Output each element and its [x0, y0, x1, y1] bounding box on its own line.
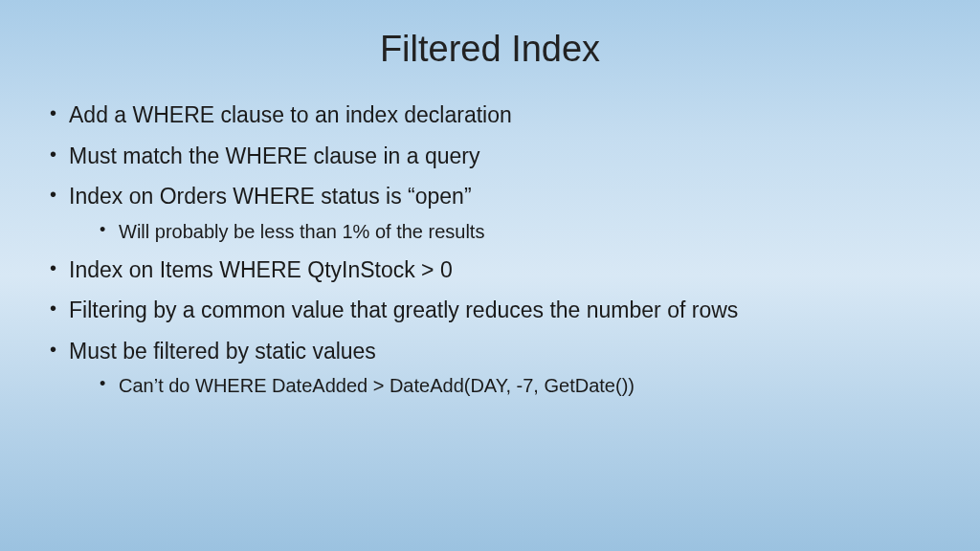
- bullet-item: Must match the WHERE clause in a query: [48, 140, 932, 173]
- slide-container: Filtered Index Add a WHERE clause to an …: [0, 0, 980, 551]
- bullet-text: Must be filtered by static values: [69, 339, 376, 364]
- bullet-text: Index on Items WHERE QtyInStock > 0: [69, 257, 453, 282]
- bullet-item: Add a WHERE clause to an index declarati…: [48, 99, 932, 132]
- bullet-text: Must match the WHERE clause in a query: [69, 143, 480, 168]
- bullet-item: Filtering by a common value that greatly…: [48, 294, 932, 327]
- sub-bullet-list: Can’t do WHERE DateAdded > DateAdd(DAY, …: [69, 371, 932, 400]
- bullet-text: Add a WHERE clause to an index declarati…: [69, 102, 512, 127]
- sub-bullet-list: Will probably be less than 1% of the res…: [69, 217, 932, 246]
- bullet-item: Index on Orders WHERE status is “open” W…: [48, 180, 932, 246]
- bullet-item: Must be filtered by static values Can’t …: [48, 335, 932, 401]
- sub-bullet-text: Will probably be less than 1% of the res…: [119, 221, 484, 242]
- bullet-list: Add a WHERE clause to an index declarati…: [48, 99, 932, 400]
- bullet-text: Filtering by a common value that greatly…: [69, 298, 738, 322]
- sub-bullet-item: Will probably be less than 1% of the res…: [98, 217, 932, 246]
- slide-title: Filtered Index: [48, 29, 932, 70]
- bullet-item: Index on Items WHERE QtyInStock > 0: [48, 253, 932, 287]
- sub-bullet-item: Can’t do WHERE DateAdded > DateAdd(DAY, …: [98, 371, 932, 400]
- bullet-text: Index on Orders WHERE status is “open”: [69, 184, 472, 209]
- sub-bullet-text: Can’t do WHERE DateAdded > DateAdd(DAY, …: [119, 375, 635, 396]
